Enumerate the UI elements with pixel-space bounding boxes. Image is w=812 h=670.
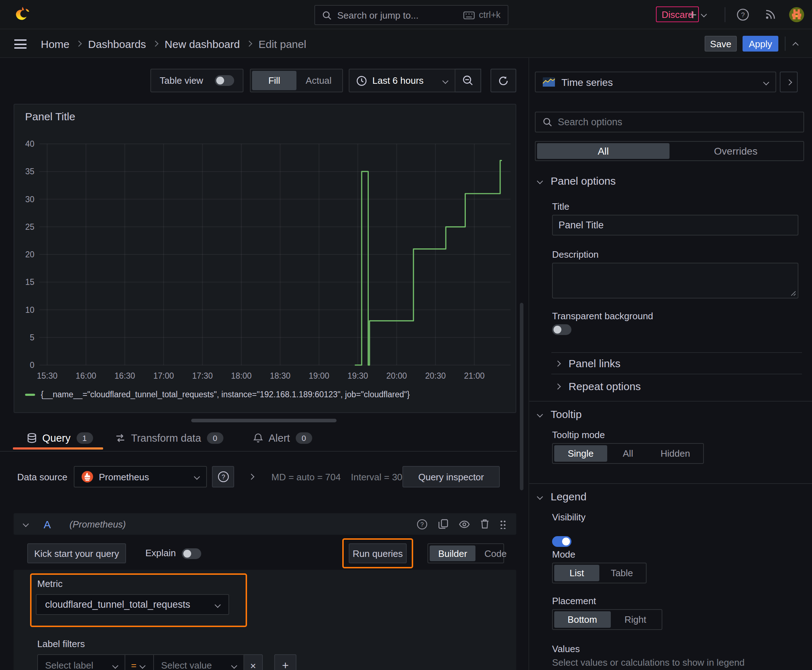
query-editor-card: Metric cloudflared_tunnel_total_requests… [14,570,516,670]
legend-visibility-toggle[interactable] [552,536,571,547]
legend-placement-right[interactable]: Right [610,611,660,628]
collapse-options-button[interactable] [780,71,798,92]
svg-text:40: 40 [25,139,34,149]
fill-actual-switch: Fill Actual [250,69,343,92]
transparent-background-label: Transparent background [552,311,653,321]
search-options-input[interactable]: Search options [535,112,804,132]
global-search-input[interactable]: Search or jump to... ctrl+k [314,5,509,25]
panel-title-input[interactable] [552,215,798,235]
breadcrumb-edit-panel: Edit panel [258,37,306,50]
panel-resize-handle[interactable] [191,419,337,422]
breadcrumb-bar: Home Dashboards New dashboard Edit panel… [0,29,812,58]
code-option[interactable]: Code [476,545,515,561]
add-filter-button[interactable]: + [274,654,297,670]
filter-tab-overrides[interactable]: Overrides [670,143,802,159]
run-queries-button[interactable]: Run queries [349,543,407,563]
save-button[interactable]: Save [705,36,737,52]
tooltip-mode-label: Tooltip mode [552,430,605,440]
tab-transform[interactable]: Transform data 0 [115,426,224,450]
visualization-picker[interactable]: Time series [535,71,776,92]
tooltip-section-header[interactable]: Tooltip [538,408,582,420]
legend-placement-bottom[interactable]: Bottom [554,611,610,628]
breadcrumb-home[interactable]: Home [41,37,70,50]
panel-preview: Panel Title 15:3016:0016:3017:0017:3018:… [14,104,516,413]
operator-dropdown[interactable]: = [125,654,154,670]
datasource-help-button[interactable]: ? [212,466,234,487]
resize-handle-icon[interactable] [790,291,796,296]
duplicate-query-icon[interactable] [438,519,448,529]
delete-query-trash-icon[interactable] [480,519,489,529]
repeat-options-section[interactable]: Repeat options [551,374,802,398]
menu-hamburger-button[interactable] [14,39,27,49]
discard-button[interactable]: Discard [656,7,699,22]
tab-alert[interactable]: Alert 0 [253,426,312,450]
breadcrumb-separator-icon [152,41,158,47]
operator-value: = [131,660,136,670]
metric-select[interactable]: cloudflared_tunnel_total_requests [36,594,229,615]
query-row-header[interactable]: A (Prometheus) ? [14,513,516,535]
chart-svg[interactable]: 15:3016:0016:3017:0017:3018:0018:3019:00… [14,126,517,391]
apply-button[interactable]: Apply [742,36,778,52]
select-value-placeholder: Select value [161,660,232,670]
label-filters-label: Label filters [37,638,85,649]
time-range-label: Last 6 hours [372,75,437,86]
svg-text:19:30: 19:30 [348,371,368,381]
grafana-edit-panel: Search or jump to... ctrl+k + ? [0,0,812,670]
explain-toggle[interactable] [182,548,201,559]
tab-transform-label: Transform data [131,432,201,443]
tooltip-mode-all[interactable]: All [607,445,649,462]
legend-section-header[interactable]: Legend [538,490,587,503]
legend-mode-list[interactable]: List [554,565,599,581]
collapse-stats-chevron-icon[interactable] [249,474,254,480]
query-ref-id: A [44,518,51,530]
datasource-picker[interactable]: Prometheus [74,466,207,487]
breadcrumb-new-dashboard[interactable]: New dashboard [165,37,240,50]
help-button[interactable]: ? [737,8,749,21]
breadcrumb-separator-icon [76,41,82,47]
legend-mode-table[interactable]: Table [599,565,644,581]
description-textarea[interactable] [552,263,798,298]
database-icon [27,433,37,443]
svg-text:?: ? [221,474,225,481]
metric-value: cloudflared_tunnel_total_requests [45,599,215,610]
legend-values-label: Values [552,643,580,654]
query-help-icon[interactable]: ? [417,519,427,530]
hide-query-eye-icon[interactable] [459,520,470,528]
transparent-background-toggle[interactable] [552,324,571,335]
collapse-header-chevron-up-icon[interactable] [793,42,799,48]
drag-query-handle[interactable] [500,519,506,529]
zoom-out-button[interactable] [455,69,481,92]
news-rss-button[interactable] [765,8,776,20]
chevron-down-icon [231,663,237,668]
legend-visibility-label: Visibility [552,512,585,523]
panel-links-section[interactable]: Panel links [551,352,802,374]
actual-option[interactable]: Actual [297,71,341,90]
fill-option[interactable]: Fill [252,71,297,90]
refresh-button[interactable] [490,69,516,92]
grafana-logo-icon[interactable] [14,6,32,24]
remove-filter-button[interactable]: × [244,654,263,670]
main-scrollbar-thumb[interactable] [520,303,524,490]
time-series-viz-icon [543,77,555,86]
tooltip-mode-single[interactable]: Single [554,445,607,462]
user-avatar[interactable] [789,7,804,22]
table-view-toggle[interactable] [215,75,234,86]
select-value-dropdown[interactable]: Select value [154,654,244,670]
tab-query[interactable]: Query 1 [27,426,93,450]
bell-icon [253,433,263,443]
legend-item[interactable]: {__name__="cloudflared_tunnel_total_requ… [25,390,410,399]
breadcrumb-dashboards[interactable]: Dashboards [88,37,146,50]
collapse-query-chevron-icon[interactable] [23,521,29,527]
breadcrumb: Home Dashboards New dashboard Edit panel [41,29,306,58]
time-range-picker[interactable]: Last 6 hours [349,69,455,92]
svg-text:19:00: 19:00 [309,371,329,381]
breadcrumb-separator-icon [246,41,252,47]
panel-options-header[interactable]: Panel options [538,175,616,187]
filter-tab-all[interactable]: All [537,143,670,159]
select-label-dropdown[interactable]: Select label [37,654,125,670]
kick-start-query-button[interactable]: Kick start your query [27,543,126,563]
tooltip-mode-hidden[interactable]: Hidden [649,445,702,462]
builder-code-switch: Builder Code [427,543,504,563]
query-inspector-button[interactable]: Query inspector [402,466,500,487]
builder-option[interactable]: Builder [430,545,476,561]
